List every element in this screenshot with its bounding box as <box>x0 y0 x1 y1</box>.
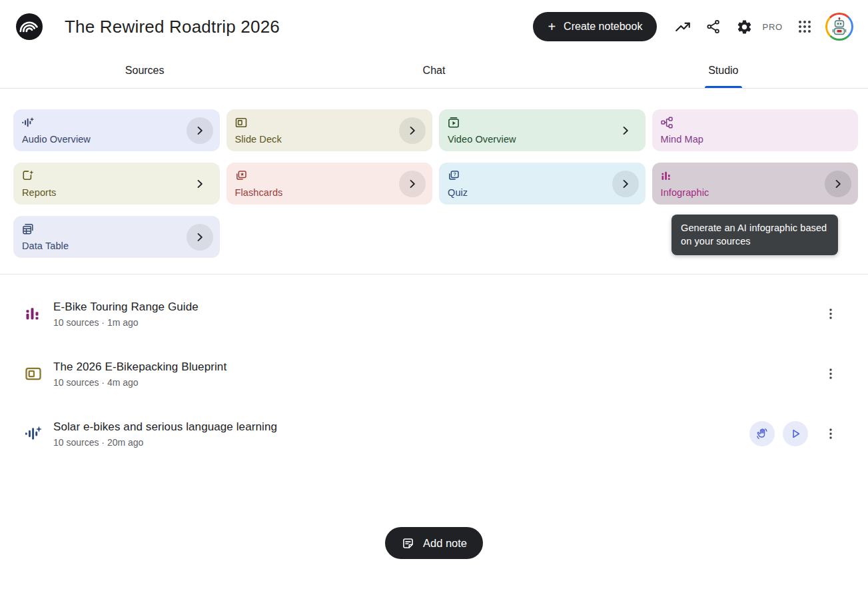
settings-button[interactable] <box>731 13 757 40</box>
studio-tool-label: Audio Overview <box>22 134 91 145</box>
chevron-right-icon[interactable] <box>187 224 213 251</box>
studio-tool-infographic[interactable]: Infographic <box>652 163 859 205</box>
studio-tool-label: Slide Deck <box>235 134 282 145</box>
create-notebook-label: Create notebook <box>564 21 642 33</box>
create-notebook-button[interactable]: + Create notebook <box>533 12 657 41</box>
chevron-right-icon[interactable] <box>612 117 639 144</box>
share-button[interactable] <box>700 13 727 40</box>
infographic-bars-icon <box>24 304 43 323</box>
flashcards-star-icon <box>234 169 248 183</box>
notebook-title[interactable]: The Rewired Roadtrip 2026 <box>65 17 280 37</box>
chevron-right-icon[interactable] <box>187 171 213 197</box>
waving-hand-icon <box>755 427 769 441</box>
add-note-button[interactable]: Add note <box>385 527 483 559</box>
chevron-right-icon[interactable] <box>399 171 426 197</box>
avatar-robot-image <box>827 15 851 39</box>
studio-tool-quiz[interactable]: ? Quiz <box>439 163 646 205</box>
google-apps-button[interactable] <box>791 13 818 40</box>
gear-icon <box>736 19 753 35</box>
apps-grid-icon <box>797 19 813 35</box>
quiz-card-icon: ? <box>447 169 460 183</box>
video-overview-icon <box>447 116 460 129</box>
account-avatar[interactable] <box>825 13 853 41</box>
active-tab-underline <box>705 86 742 88</box>
studio-tool-flashcards[interactable]: Flashcards <box>226 163 433 205</box>
note-row-slide-deck[interactable]: The 2026 E-Bikepacking Blueprint 10 sour… <box>0 344 868 404</box>
studio-tool-label: Data Table <box>22 241 69 251</box>
chevron-right-icon[interactable] <box>399 117 426 144</box>
chevron-right-icon[interactable] <box>612 171 639 197</box>
play-button[interactable] <box>783 421 808 446</box>
audio-waveform-sparkle-icon <box>24 424 43 443</box>
mind-map-icon <box>660 116 673 129</box>
plus-icon: + <box>548 20 556 33</box>
share-icon <box>705 19 721 35</box>
data-table-icon <box>21 223 35 236</box>
studio-tool-label: Infographic <box>661 187 709 198</box>
tab-studio[interactable]: Studio <box>579 53 868 88</box>
main-tabs: Sources Chat Studio <box>0 53 868 89</box>
tab-sources[interactable]: Sources <box>0 53 289 88</box>
studio-tool-label: Quiz <box>448 187 468 198</box>
studio-tool-label: Flashcards <box>235 187 283 198</box>
slide-deck-icon <box>24 364 43 383</box>
note-meta: 10 sources · 4m ago <box>53 377 816 388</box>
note-title: The 2026 E-Bikepacking Blueprint <box>53 360 816 374</box>
studio-tool-label: Reports <box>22 187 56 198</box>
trending-up-icon <box>674 18 691 35</box>
studio-tool-label: Video Overview <box>448 134 516 145</box>
note-row-audio-overview[interactable]: Solar e-bikes and serious language learn… <box>0 404 868 464</box>
notebooklm-logo[interactable] <box>16 13 43 40</box>
note-meta: 10 sources · 20m ago <box>53 437 749 448</box>
more-options-button[interactable] <box>820 303 841 324</box>
studio-tool-reports[interactable]: Reports <box>13 163 220 205</box>
studio-tool-data-table[interactable]: Data Table <box>13 216 220 258</box>
pro-badge: PRO <box>762 22 783 32</box>
play-icon <box>789 427 802 440</box>
note-row-infographic[interactable]: E-Bike Touring Range Guide 10 sources · … <box>0 284 868 344</box>
studio-tool-label: Mind Map <box>661 134 703 145</box>
note-icon <box>401 536 415 550</box>
chevron-right-icon[interactable] <box>825 171 851 197</box>
kebab-menu-icon <box>823 366 838 381</box>
studio-tool-video-overview[interactable]: Video Overview <box>439 109 646 151</box>
note-title: E-Bike Touring Range Guide <box>53 300 816 314</box>
more-options-button[interactable] <box>820 363 841 384</box>
slide-deck-icon <box>234 116 248 129</box>
audio-waveform-sparkle-icon <box>21 116 35 129</box>
studio-artifacts-list: E-Bike Touring Range Guide 10 sources · … <box>0 275 868 464</box>
more-options-button[interactable] <box>820 423 841 444</box>
studio-tool-mind-map[interactable]: Mind Map <box>652 109 859 151</box>
studio-tool-slide-deck[interactable]: Slide Deck <box>226 109 433 151</box>
app-header: The Rewired Roadtrip 2026 + Create noteb… <box>0 0 868 53</box>
kebab-menu-icon <box>823 426 838 441</box>
chevron-right-icon[interactable] <box>187 117 213 144</box>
tab-chat-label: Chat <box>423 65 446 77</box>
tab-chat[interactable]: Chat <box>289 53 578 88</box>
add-note-label: Add note <box>423 537 467 550</box>
note-title: Solar e-bikes and serious language learn… <box>53 420 749 434</box>
svg-text:?: ? <box>454 172 456 177</box>
analytics-button[interactable] <box>669 13 696 40</box>
interactive-mode-button[interactable] <box>749 421 775 446</box>
kebab-menu-icon <box>823 306 838 321</box>
tab-sources-label: Sources <box>125 65 165 77</box>
report-sparkle-icon <box>21 169 35 183</box>
tab-studio-label: Studio <box>708 65 738 77</box>
studio-tool-audio-overview[interactable]: Audio Overview <box>13 109 220 151</box>
infographic-tooltip: Generate an AI infographic based on your… <box>671 215 838 255</box>
note-meta: 10 sources · 1m ago <box>53 317 816 328</box>
infographic-bars-icon <box>660 169 673 183</box>
